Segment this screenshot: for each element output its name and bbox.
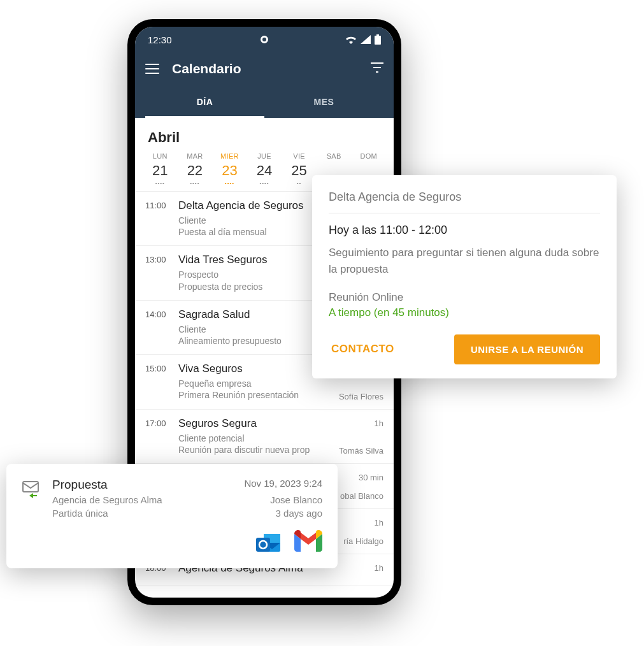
event-title: Seguros Segura [178, 417, 330, 430]
contact-button[interactable]: CONTACTO [329, 335, 397, 363]
event-person: Tomás Silva [339, 446, 383, 456]
day-label: LUN [143, 152, 178, 160]
day-label: JUE [247, 152, 282, 160]
day-label: SAB [317, 152, 352, 160]
filter-icon[interactable] [371, 62, 383, 75]
svg-rect-1 [375, 36, 381, 45]
event-person: obal Blanco [340, 491, 383, 501]
gmail-icon[interactable] [294, 530, 322, 558]
svg-rect-3 [373, 67, 381, 68]
day-label: MIER [212, 152, 247, 160]
day-number: 22 [178, 162, 213, 179]
status-bar: 12:30 [135, 27, 394, 52]
tab-month[interactable]: MES [264, 88, 383, 118]
event-subtitle: Pequeña empresa [178, 378, 330, 389]
event-subtitle: Primera Reunión presentación [178, 389, 330, 401]
day-event-dots: •• [282, 180, 317, 186]
event-time: 14:00 [145, 308, 169, 347]
day-event-dots: •••• [247, 180, 282, 186]
calendar-tabs: DÍA MES [145, 88, 383, 118]
day-event-dots: •••• [143, 180, 178, 186]
email-snippet: Partida única [52, 508, 108, 519]
day-cell[interactable]: LUN 21 •••• [143, 152, 178, 186]
month-label: Abril [135, 118, 394, 152]
day-label: VIE [282, 152, 317, 160]
event-title: Viva Seguros [178, 362, 330, 375]
event-person: Sofía Flores [339, 392, 383, 401]
event-time: 13:00 [145, 254, 169, 292]
day-number: 23 [212, 162, 247, 179]
mail-reply-icon [22, 478, 42, 519]
page-title: Calendario [172, 61, 358, 76]
day-event-dots: •••• [178, 180, 213, 186]
event-subtitle: Cliente potencial [178, 433, 330, 444]
camera-cutout [261, 36, 268, 43]
wifi-icon [345, 35, 357, 44]
email-card[interactable]: Propuesta Nov 19, 2023 9:24 Agencia de S… [6, 464, 338, 568]
detail-time: Hoy a las 11:00 - 12:00 [329, 224, 600, 237]
svg-rect-0 [376, 34, 379, 36]
menu-icon[interactable] [145, 64, 159, 74]
event-time: 11:00 [145, 199, 169, 238]
join-meeting-button[interactable]: UNIRSE A LA REUNIÓN [454, 334, 600, 365]
event-duration: 30 min [340, 473, 383, 482]
day-number: 25 [282, 162, 317, 179]
day-cell[interactable]: MAR 22 •••• [178, 152, 213, 186]
status-time: 12:30 [148, 34, 172, 45]
day-label: MAR [178, 152, 213, 160]
status-icons [345, 34, 381, 45]
detail-meeting-type: Reunión Online [329, 291, 600, 304]
email-subject: Propuesta [52, 478, 108, 492]
signal-icon [361, 35, 371, 44]
event-time: 15:00 [145, 362, 169, 401]
tab-day[interactable]: DÍA [145, 88, 264, 118]
battery-icon [375, 34, 381, 45]
email-date: Nov 19, 2023 9:24 [244, 478, 322, 492]
event-person: ría Hidalgo [343, 536, 383, 546]
day-number: 21 [143, 162, 178, 179]
event-duration: 1h [375, 563, 383, 573]
event-subtitle: Reunión para discutir nueva prop [178, 444, 330, 456]
day-cell[interactable]: VIE 25 •• [282, 152, 317, 186]
svg-rect-8 [256, 538, 270, 552]
day-event-dots: •••• [212, 180, 247, 186]
divider [329, 213, 600, 213]
email-sender: Jose Blanco [270, 494, 322, 505]
app-header: Calendario DÍA MES [135, 52, 394, 118]
detail-status: A tiempo (en 45 minutos) [329, 306, 600, 319]
event-detail-card: Delta Agencia de Seguros Hoy a las 11:00… [312, 175, 617, 378]
event-duration: 1h [343, 518, 383, 528]
day-number: 24 [247, 162, 282, 179]
outlook-icon[interactable] [255, 530, 283, 558]
day-label: DOM [351, 152, 386, 160]
event-row[interactable]: 17:00 Seguros Segura Cliente potencial R… [135, 410, 394, 464]
day-cell[interactable]: MIER 23 •••• [212, 152, 247, 186]
email-age: 3 days ago [276, 508, 322, 519]
day-cell[interactable]: JUE 24 •••• [247, 152, 282, 186]
detail-description: Seguimiento para preguntar si tienen alg… [329, 245, 600, 278]
svg-rect-4 [376, 71, 378, 73]
email-company: Agencia de Seguros Alma [52, 494, 162, 505]
event-time: 17:00 [145, 417, 169, 456]
event-duration: 1h [339, 419, 383, 428]
detail-company: Delta Agencia de Seguros [329, 190, 600, 204]
svg-rect-2 [371, 62, 383, 64]
svg-rect-5 [23, 482, 38, 492]
